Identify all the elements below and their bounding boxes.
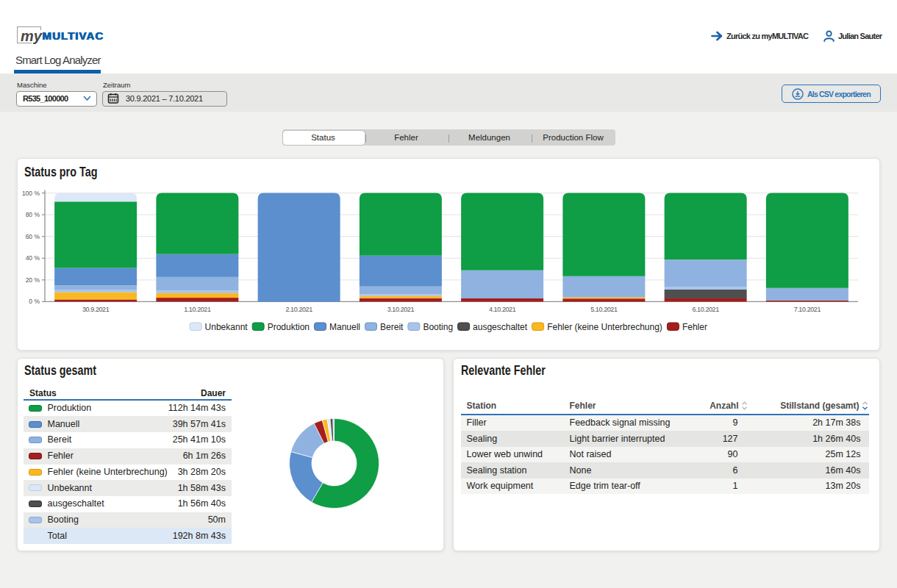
svg-text:60 %: 60 % — [26, 233, 40, 240]
svg-text:2.10.2021: 2.10.2021 — [285, 306, 312, 313]
svg-text:1.10.2021: 1.10.2021 — [184, 306, 211, 313]
svg-text:100 %: 100 % — [22, 190, 40, 197]
svg-text:80 %: 80 % — [26, 211, 40, 218]
svg-text:40 %: 40 % — [26, 254, 40, 262]
svg-text:20 %: 20 % — [26, 276, 40, 284]
svg-text:30.9.2021: 30.9.2021 — [82, 306, 110, 313]
svg-text:4.10.2021: 4.10.2021 — [489, 306, 516, 313]
svg-text:Fehler (keine Unterbrechung): Fehler (keine Unterbrechung) — [547, 322, 662, 332]
svg-text:Bereit: Bereit — [380, 322, 404, 332]
svg-text:ausgeschaltet: ausgeschaltet — [473, 322, 528, 332]
svg-text:Fehler: Fehler — [682, 322, 707, 332]
svg-text:7.10.2021: 7.10.2021 — [794, 306, 821, 313]
svg-text:3.10.2021: 3.10.2021 — [387, 306, 415, 313]
svg-text:Manuell: Manuell — [329, 322, 360, 332]
svg-text:Produktion: Produktion — [268, 322, 310, 332]
svg-text:6.10.2021: 6.10.2021 — [692, 306, 719, 313]
svg-text:Booting: Booting — [423, 322, 453, 332]
svg-text:0 %: 0 % — [29, 298, 40, 305]
svg-text:5.10.2021: 5.10.2021 — [590, 306, 618, 313]
svg-text:Unbekannt: Unbekannt — [205, 322, 249, 332]
